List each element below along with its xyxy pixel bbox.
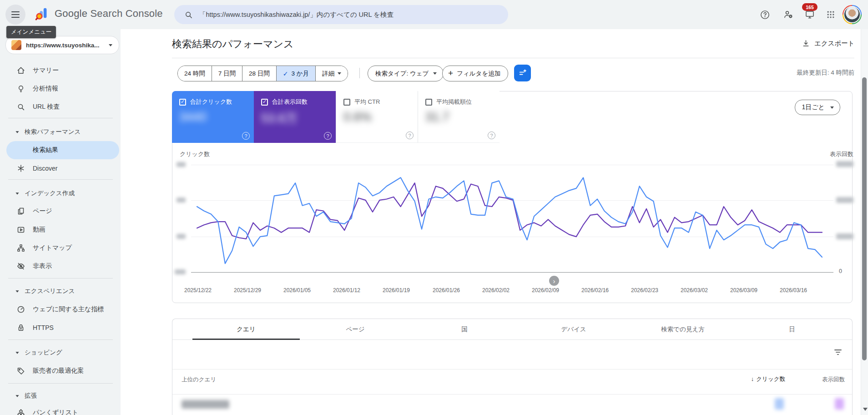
- performance-line-chart[interactable]: [191, 165, 833, 272]
- user-settings-button[interactable]: [779, 5, 797, 24]
- x-axis-dates: 2025/12/222025/12/292026/01/052026/01/12…: [191, 287, 833, 294]
- search-input[interactable]: [198, 10, 491, 19]
- range-more-button[interactable]: 詳細: [316, 66, 348, 81]
- add-filter-button[interactable]: + フィルタを追加: [442, 66, 508, 81]
- sidebar-item-core-web-vitals[interactable]: ウェブに関する主な指標: [6, 300, 119, 319]
- tab-日[interactable]: 日: [737, 319, 847, 340]
- sidebar-section-enhancements[interactable]: 拡張: [0, 389, 121, 403]
- help-icon[interactable]: ?: [242, 132, 250, 140]
- sidebar-divider: [8, 278, 113, 278]
- export-button[interactable]: エクスポート: [802, 39, 855, 48]
- sidebar-section-label: エクスペリエンス: [25, 287, 75, 295]
- account-avatar[interactable]: [843, 5, 862, 24]
- granularity-dropdown[interactable]: 1日ごと: [795, 100, 840, 115]
- x-tick-label: 2026/03/02: [681, 287, 708, 294]
- metric-tile-3[interactable]: 平均掲載順位31.7?: [418, 91, 500, 143]
- chart-next-button[interactable]: ›: [549, 276, 559, 286]
- sidebar-section-label: 検索パフォーマンス: [25, 128, 81, 136]
- sidebar-item-discover[interactable]: Discover: [6, 159, 119, 177]
- table-filter-button[interactable]: [833, 347, 843, 357]
- metric-tile-2[interactable]: 平均 CTR0.6%?: [336, 91, 418, 143]
- x-tick-label: 2026/03/16: [780, 287, 807, 294]
- metric-checkbox[interactable]: [425, 99, 432, 106]
- range-3か月[interactable]: ✓3 か月: [277, 66, 316, 81]
- range-24時間[interactable]: 24 時間: [178, 66, 212, 81]
- user-settings-icon: [783, 9, 794, 20]
- breadcrumb-icon: [16, 408, 25, 415]
- brand-text: Google Search Console: [55, 8, 163, 20]
- table-row-query-blurred[interactable]: [182, 400, 229, 409]
- range-7日間[interactable]: 7 日間: [212, 66, 242, 81]
- sidebar-item-removals[interactable]: 非表示: [6, 257, 119, 275]
- svg-text:G: G: [18, 146, 24, 154]
- filter-presets-button[interactable]: [514, 65, 531, 81]
- sidebar-section-shopping[interactable]: ショッピング: [0, 346, 121, 359]
- tab-デバイス[interactable]: デバイス: [519, 319, 628, 340]
- property-selector[interactable]: https://www.tsuyoshika...: [5, 36, 119, 54]
- metric-tile-1[interactable]: 合計表示回数53.6万?: [254, 91, 336, 143]
- tab-ページ[interactable]: ページ: [301, 319, 410, 340]
- column-header-clicks[interactable]: ↓ クリック数: [751, 375, 785, 383]
- chevron-down-icon: [15, 290, 19, 293]
- url-inspection-searchbar[interactable]: [174, 5, 508, 24]
- x-tick-label: 2026/01/05: [283, 287, 311, 294]
- help-icon[interactable]: ?: [324, 132, 332, 140]
- chevron-down-icon: [15, 131, 19, 133]
- check-icon: ✓: [283, 70, 288, 77]
- sidebar-item-label: HTTPS: [33, 324, 54, 331]
- sidebar-item-https[interactable]: HTTPS: [6, 319, 119, 337]
- tab-国[interactable]: 国: [410, 319, 519, 340]
- sidebar-item-label: 検索結果: [33, 146, 58, 154]
- metric-tile-0[interactable]: 合計クリック数3440?: [172, 91, 254, 143]
- sidebar-item-merchant-opportunities[interactable]: 販売者の最適化案: [6, 362, 119, 380]
- sidebar-item-breadcrumbs[interactable]: パンくずリスト: [6, 404, 119, 415]
- x-tick-label: 2026/01/12: [333, 287, 360, 294]
- tab-検索での見え方[interactable]: 検索での見え方: [628, 319, 737, 340]
- scrollbar-thumb[interactable]: [862, 77, 867, 360]
- metric-checkbox[interactable]: [261, 99, 268, 106]
- divider: [359, 68, 360, 78]
- series-表示回数: [197, 183, 822, 239]
- sidebar-item-search-results[interactable]: G検索結果: [6, 141, 119, 159]
- help-icon: [760, 10, 770, 20]
- range-28日間[interactable]: 28 日間: [242, 66, 277, 81]
- left-tick-blurred: [175, 269, 186, 274]
- sidebar-divider: [8, 339, 113, 340]
- sidebar-item-label: 動画: [33, 226, 45, 234]
- metric-checkbox[interactable]: [179, 99, 186, 106]
- sidebar-item-pages[interactable]: ページ: [6, 202, 119, 220]
- search-type-button[interactable]: 検索タイプ: ウェブ: [368, 66, 444, 81]
- sidebar-section-search-performance[interactable]: 検索パフォーマンス: [0, 125, 121, 139]
- sidebar-item-video[interactable]: 動画: [6, 221, 119, 239]
- sidebar-item-label: パンくずリスト: [33, 409, 78, 415]
- metric-checkbox[interactable]: [343, 99, 350, 106]
- help-icon[interactable]: ?: [488, 132, 495, 139]
- sidebar-item-label: ウェブに関する主な指標: [33, 305, 104, 314]
- sidebar-item-sitemaps[interactable]: サイトマップ: [6, 239, 119, 257]
- help-button[interactable]: [756, 5, 774, 24]
- eye-off-icon: [16, 262, 25, 271]
- google-apps-button[interactable]: [822, 5, 840, 24]
- right-tick-blurred: [836, 197, 853, 203]
- metric-tiles: 合計クリック数3440?合計表示回数53.6万?平均 CTR0.6%?平均掲載順…: [172, 91, 500, 143]
- sidebar-item-url-inspection[interactable]: URL 検査: [6, 98, 119, 116]
- left-tick-blurred: [177, 197, 186, 202]
- discover-icon: [16, 164, 25, 173]
- sidebar-section-experience[interactable]: エクスペリエンス: [0, 284, 121, 298]
- chevron-down-icon: [338, 72, 341, 75]
- sidebar-section-label: 拡張: [25, 392, 37, 400]
- series-クリック数: [197, 177, 822, 263]
- tab-クエリ[interactable]: クエリ: [192, 319, 301, 340]
- column-header-query[interactable]: 上位のクエリ: [182, 376, 216, 384]
- sidebar-item-label: サイトマップ: [33, 244, 72, 252]
- right-axis-label: 表示回数: [762, 150, 853, 158]
- sidebar-item-summary[interactable]: サマリー: [6, 61, 119, 80]
- help-icon[interactable]: ?: [406, 132, 414, 139]
- search-console-logo[interactable]: Google Search Console: [35, 6, 163, 21]
- scrollbar-down-arrow[interactable]: [863, 408, 868, 411]
- x-tick-label: 2026/01/26: [433, 287, 460, 294]
- sidebar-item-insights[interactable]: 分析情報: [6, 80, 119, 98]
- column-header-impressions[interactable]: 表示回数: [822, 376, 845, 384]
- main-menu-button[interactable]: [5, 5, 25, 25]
- sidebar-section-indexing[interactable]: インデックス作成: [0, 187, 121, 200]
